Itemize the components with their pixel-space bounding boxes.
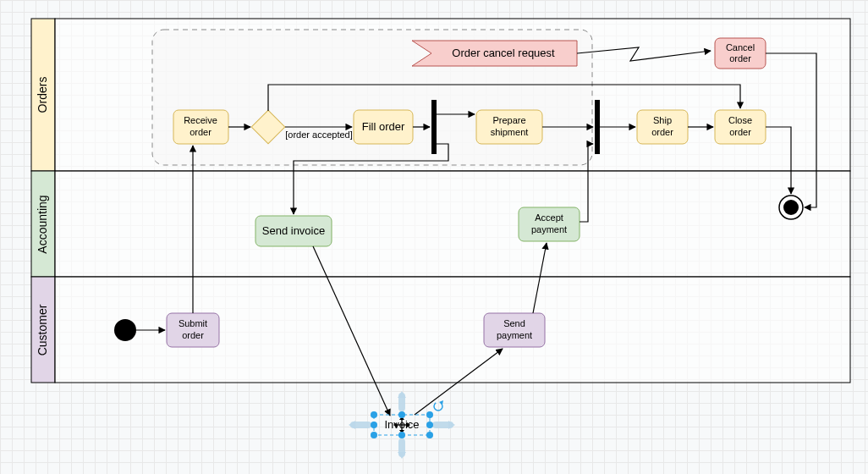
close-order-label-2: order — [729, 127, 751, 137]
svg-point-49 — [371, 422, 377, 428]
svg-point-52 — [398, 432, 405, 438]
rotate-handle-icon[interactable] — [434, 400, 443, 411]
prepare-shipment-label-2: shipment — [491, 127, 529, 137]
activity-send-invoice[interactable]: Send invoice — [255, 216, 332, 246]
activity-submit-order[interactable]: Submit order — [167, 313, 219, 347]
join-bar[interactable] — [595, 100, 600, 154]
receive-order-label-2: order — [190, 127, 212, 137]
activity-send-payment[interactable]: Send payment — [484, 313, 545, 347]
svg-point-51 — [371, 432, 377, 438]
svg-point-48 — [426, 411, 433, 418]
activity-fill-order[interactable]: Fill order — [354, 110, 413, 144]
lane-orders-label: Orders — [36, 77, 49, 113]
svg-marker-38 — [448, 421, 455, 429]
ship-order-label-1: Ship — [653, 115, 672, 125]
svg-point-46 — [371, 411, 377, 418]
activity-prepare-shipment[interactable]: Prepare shipment — [476, 110, 542, 144]
activity-close-order[interactable]: Close order — [715, 110, 766, 144]
activity-cancel-order[interactable]: Cancel order — [715, 38, 766, 69]
send-payment-label-1: Send — [503, 318, 525, 328]
fill-order-label: Fill order — [362, 120, 405, 133]
send-payment-label-2: payment — [497, 330, 532, 340]
svg-point-47 — [398, 411, 405, 418]
svg-marker-36 — [398, 452, 406, 459]
lane-customer-label: Customer — [36, 304, 49, 356]
send-invoice-label: Send invoice — [262, 224, 325, 237]
svg-point-14 — [783, 200, 799, 215]
guard-label: [order accepted] — [285, 130, 353, 140]
diagram-canvas[interactable]: Orders Accounting Customer Order cancel … — [0, 0, 868, 474]
svg-point-50 — [426, 422, 433, 428]
svg-marker-35 — [398, 391, 406, 398]
close-order-label-1: Close — [728, 115, 752, 125]
accept-payment-label-1: Accept — [535, 212, 563, 223]
accept-payment-label-2: payment — [531, 224, 567, 234]
initial-node[interactable] — [114, 319, 136, 341]
svg-rect-3 — [55, 171, 850, 277]
receive-order-label-1: Receive — [184, 115, 217, 125]
svg-point-53 — [426, 432, 433, 438]
activity-receive-order[interactable]: Receive order — [173, 110, 228, 144]
final-node[interactable] — [779, 196, 803, 219]
signal-label: Order cancel request — [452, 47, 555, 59]
submit-order-label-1: Submit — [179, 318, 207, 328]
submit-order-label-2: order — [182, 330, 204, 340]
signal-order-cancel-request[interactable]: Order cancel request — [412, 41, 577, 66]
selected-invoice-node[interactable]: Invoice — [349, 391, 455, 459]
activity-ship-order[interactable]: Ship order — [637, 110, 688, 144]
fork-bar-1[interactable] — [431, 100, 437, 154]
cancel-order-label-2: order — [729, 53, 751, 63]
cancel-order-label-1: Cancel — [726, 42, 755, 52]
ship-order-label-2: order — [651, 127, 673, 137]
svg-marker-37 — [349, 421, 355, 429]
activity-accept-payment[interactable]: Accept payment — [519, 207, 580, 241]
prepare-shipment-label-1: Prepare — [492, 115, 525, 125]
lane-accounting-label: Accounting — [36, 195, 49, 253]
